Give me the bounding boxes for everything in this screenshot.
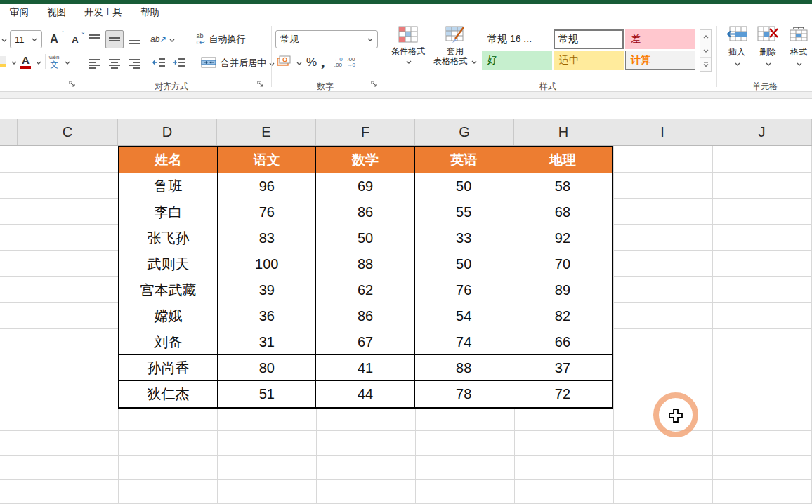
cell[interactable]: 89 [513,277,612,303]
cell[interactable]: 70 [513,251,612,277]
gallery-scroll-down-icon[interactable] [700,44,711,58]
cell[interactable]: 74 [415,329,513,355]
cell[interactable]: 41 [316,355,414,381]
cell[interactable]: 50 [415,251,513,277]
cell[interactable]: 鲁班 [119,173,218,199]
align-center-icon[interactable] [105,54,124,72]
chevron-down-icon[interactable] [169,34,175,44]
cell[interactable]: 66 [513,329,612,355]
font-color-button[interactable]: A [20,55,31,69]
chevron-down-icon[interactable] [1,34,7,44]
cell[interactable]: 86 [316,199,414,225]
cell[interactable]: 51 [218,381,316,407]
percent-style-button[interactable]: % [306,55,317,69]
cell[interactable]: 96 [218,173,316,199]
style-item-bad[interactable]: 差 [625,29,695,49]
cell[interactable]: 张飞孙 [119,225,218,251]
header-cell-math[interactable]: 数学 [316,147,414,173]
column-header-i[interactable]: I [613,119,712,145]
cell[interactable]: 76 [415,277,513,303]
conditional-format-button[interactable]: 条件格式 [388,26,428,66]
chevron-down-icon[interactable] [11,57,17,67]
header-cell-chinese[interactable]: 语文 [218,147,316,173]
cell[interactable]: 刘备 [119,329,218,355]
decrease-indent-icon[interactable] [150,54,169,72]
tab-review[interactable]: 审阅 [10,6,29,19]
text-orientation-icon[interactable]: ab↗ [150,34,166,44]
cell[interactable]: 88 [316,251,414,277]
accounting-format-icon[interactable] [277,55,291,69]
cell[interactable]: 62 [316,277,414,303]
merge-center-button[interactable]: 合并后居中 [221,57,266,69]
insert-cells-button[interactable]: 插入 [722,26,752,68]
cell[interactable]: 44 [316,381,414,407]
align-right-icon[interactable] [125,54,143,72]
cell[interactable]: 54 [415,303,513,329]
comma-style-button[interactable]: , [321,54,325,70]
wrap-text-icon[interactable]: abc↩ [196,33,204,46]
column-header-h[interactable]: H [514,119,613,145]
column-header-b-sliver[interactable] [0,119,18,145]
cell[interactable]: 39 [218,277,316,303]
cell[interactable]: 82 [513,303,612,329]
cell[interactable]: 31 [218,329,316,355]
spreadsheet-area[interactable]: C D E F G H I J 姓名 语文 数学 英语 地理 鲁班 [0,119,812,504]
merge-center-icon[interactable] [201,57,216,70]
header-cell-name[interactable]: 姓名 [119,147,218,173]
increase-indent-icon[interactable] [170,54,188,72]
phonetic-guide-button[interactable]: wén 文 [49,55,60,69]
cell[interactable]: 58 [513,173,612,199]
style-item-good[interactable]: 好 [482,51,552,70]
chevron-down-icon[interactable] [269,58,275,68]
header-cell-english[interactable]: 英语 [415,147,513,173]
shrink-font-button[interactable]: Aˇ [66,30,84,48]
decrease-decimal-icon[interactable]: .00→0 [347,57,355,68]
align-middle-icon[interactable] [105,30,124,48]
cell[interactable]: 69 [316,173,414,199]
column-header-f[interactable]: F [316,119,415,145]
column-header-e[interactable]: E [217,119,316,145]
style-item-calculation[interactable]: 计算 [625,51,695,70]
column-header-d[interactable]: D [118,119,217,145]
chevron-down-icon[interactable] [36,57,41,67]
tab-view[interactable]: 视图 [47,6,66,19]
style-item-normal-selected[interactable]: 常规 [554,29,624,49]
cell[interactable]: 33 [415,225,513,251]
delete-cells-button[interactable]: 删除 [753,26,782,68]
cell[interactable]: 50 [415,173,513,199]
cell[interactable]: 37 [513,355,612,381]
cell[interactable]: 86 [316,303,414,329]
cell[interactable]: 55 [415,199,513,225]
cell[interactable]: 36 [218,303,316,329]
format-cells-button[interactable]: 格式 [784,26,812,68]
tab-help[interactable]: 帮助 [140,6,159,19]
font-size-combo[interactable]: 11 [10,30,42,48]
cell[interactable]: 72 [513,381,612,407]
tab-developer[interactable]: 开发工具 [84,6,122,19]
font-dialog-launcher[interactable] [69,81,77,89]
cell[interactable]: 92 [513,225,612,251]
cell[interactable]: 83 [218,225,316,251]
align-top-icon[interactable] [86,30,104,48]
style-item-neutral[interactable]: 适中 [554,51,624,70]
header-cell-geography[interactable]: 地理 [513,147,612,173]
cell[interactable]: 67 [316,329,414,355]
cell[interactable]: 李白 [119,199,218,225]
increase-decimal-icon[interactable]: ←0.00 [334,57,342,68]
chevron-down-icon[interactable] [296,58,302,67]
cell[interactable]: 68 [513,199,612,225]
chevron-down-icon[interactable] [65,57,70,67]
cell[interactable]: 100 [218,251,316,277]
cell[interactable]: 狄仁杰 [119,381,218,407]
grow-font-button[interactable]: Aˆ [45,30,63,48]
gallery-scroll-up-icon[interactable] [700,30,711,44]
number-dialog-launcher[interactable] [371,81,379,89]
cell[interactable]: 88 [415,355,513,381]
gallery-more-icon[interactable] [700,57,711,71]
cell[interactable]: 76 [218,199,316,225]
column-header-g[interactable]: G [415,119,514,145]
column-header-j[interactable]: J [712,119,812,145]
number-format-combo[interactable]: 常规 [275,30,378,48]
format-as-table-button[interactable]: 套用 表格格式 [430,26,480,66]
wrap-text-button[interactable]: 自动换行 [209,33,245,46]
